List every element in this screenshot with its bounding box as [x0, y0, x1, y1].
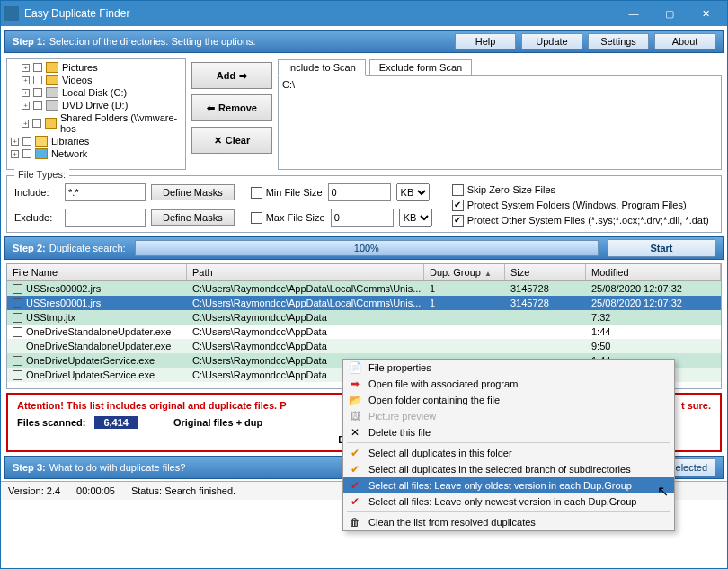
ctx-picture-preview: 🖼Picture preview [343, 408, 674, 424]
define-masks-exclude[interactable]: Define Masks [151, 209, 235, 226]
step2-text: Duplicate search: [49, 243, 126, 253]
properties-icon: 📄 [348, 360, 362, 375]
libraries-icon [35, 136, 48, 147]
ctx-file-properties[interactable]: 📄File properties [343, 360, 674, 376]
row-checkbox[interactable] [13, 284, 22, 294]
min-size-check[interactable]: Min File Size [251, 187, 323, 199]
step3-text: What to do with duplicate files? [49, 462, 186, 473]
ctx-open-file[interactable]: ➡Open file with associated program [343, 376, 674, 392]
delete-icon: ✕ [348, 425, 362, 440]
row-checkbox[interactable] [13, 313, 22, 323]
ctx-select-newest[interactable]: ✔Select all files: Leave only newest ver… [343, 493, 674, 510]
row-checkbox[interactable] [13, 298, 22, 308]
attention-msg: Attention! This list includes original a… [17, 400, 286, 411]
settings-button[interactable]: Settings [588, 33, 649, 49]
check-icon: ✔ [348, 478, 362, 493]
ctx-select-oldest[interactable]: ✔Select all files: Leave only oldest ver… [343, 477, 674, 493]
step2-bar: Step 2: Duplicate search: 100% Start [4, 236, 724, 260]
close-button[interactable]: ✕ [688, 1, 724, 26]
step3-label: Step 3: [13, 462, 46, 473]
files-scanned-value: 6,414 [94, 416, 138, 429]
row-checkbox[interactable] [13, 356, 22, 366]
folder-open-icon: 📂 [348, 393, 362, 407]
drive-icon [46, 87, 58, 98]
minimize-button[interactable]: — [616, 1, 652, 26]
step1-label: Step 1: [13, 36, 46, 47]
filetypes-legend: File Types: [14, 169, 69, 180]
about-button[interactable]: About [654, 33, 715, 49]
arrow-right-icon: ➡ [348, 377, 362, 391]
ctx-delete-file[interactable]: ✕Delete this file [343, 424, 674, 440]
row-checkbox[interactable] [13, 342, 22, 351]
exclude-mask-input[interactable] [65, 209, 146, 227]
filetypes-group: File Types: Include:Define Masks Exclude… [6, 175, 722, 233]
col-size[interactable]: Size [505, 264, 586, 280]
trash-icon: 🗑 [348, 515, 362, 529]
table-row[interactable]: USSres00002.jrsC:\Users\Raymondcc\AppDat… [7, 281, 721, 296]
add-button[interactable]: Add➡ [191, 62, 272, 89]
table-row[interactable]: USSres00001.jrsC:\Users\Raymondcc\AppDat… [7, 296, 721, 310]
tab-include[interactable]: Include to Scan [278, 59, 366, 76]
remove-button[interactable]: ⬅Remove [191, 94, 272, 121]
protect-sys-check[interactable]: ✔Protect System Folders (Windows, Progra… [452, 200, 709, 211]
maximize-button[interactable]: ▢ [652, 1, 688, 26]
arrow-right-icon: ➡ [239, 70, 247, 82]
check-icon: ✔ [348, 494, 362, 509]
include-label: Include: [14, 187, 59, 198]
context-menu[interactable]: 📄File properties ➡Open file with associa… [342, 359, 675, 531]
col-modified[interactable]: Modified [586, 264, 721, 280]
folder-icon [46, 75, 58, 85]
max-size-unit[interactable]: KB [399, 209, 432, 227]
picture-icon: 🖼 [348, 409, 362, 423]
network-icon [35, 148, 48, 159]
include-mask-input[interactable] [65, 183, 146, 201]
clear-button[interactable]: ✕Clear [191, 127, 272, 154]
max-size-input[interactable] [331, 209, 394, 227]
x-icon: ✕ [214, 135, 222, 147]
max-size-check[interactable]: Max File Size [251, 212, 325, 224]
skip-zero-check[interactable]: Skip Zero-Size Files [452, 184, 709, 196]
exclude-label: Exclude: [14, 212, 59, 223]
ctx-select-branch[interactable]: ✔Select all duplicates in the selected b… [343, 461, 674, 477]
protect-files-check[interactable]: ✔Protect Other System Files (*.sys;*.ocx… [452, 215, 709, 227]
ctx-clean-list[interactable]: 🗑Clean the list from resolved duplicates [343, 514, 674, 530]
table-row[interactable]: USStmp.jtxC:\Users\Raymondcc\AppData7:32 [7, 310, 721, 325]
status-time: 00:00:05 [76, 485, 115, 496]
min-size-input[interactable] [328, 183, 391, 201]
scan-path-list[interactable]: C:\ [278, 75, 722, 170]
folder-icon [46, 62, 58, 73]
arrow-left-icon: ⬅ [207, 102, 215, 114]
status-state: Status: Search finished. [131, 485, 235, 496]
col-filename[interactable]: File Name [7, 264, 187, 280]
tab-exclude[interactable]: Exclude form Scan [369, 59, 472, 76]
check-icon: ✔ [348, 462, 362, 476]
update-button[interactable]: Update [521, 33, 582, 49]
check-icon: ✔ [348, 446, 362, 460]
ctx-open-folder[interactable]: 📂Open folder containing the file [343, 392, 674, 408]
col-dupgroup[interactable]: Dup. Group▲ [424, 264, 505, 280]
table-row[interactable]: OneDriveStandaloneUpdater.exeC:\Users\Ra… [7, 339, 721, 353]
step1-bar: Step 1: Selection of the directories. Se… [4, 30, 724, 53]
ctx-select-folder[interactable]: ✔Select all duplicates in this folder [343, 445, 674, 461]
progress-bar: 100% [135, 240, 599, 256]
row-checkbox[interactable] [13, 370, 22, 380]
define-masks-include[interactable]: Define Masks [151, 184, 235, 200]
app-icon [4, 6, 19, 21]
files-scanned-label: Files scanned: [17, 417, 85, 428]
row-checkbox[interactable] [13, 327, 22, 337]
sort-asc-icon: ▲ [484, 270, 492, 278]
titlebar[interactable]: Easy Duplicate Finder — ▢ ✕ [1, 1, 727, 26]
mouse-cursor: ↖ [657, 483, 669, 500]
help-button[interactable]: Help [455, 33, 516, 49]
step2-label: Step 2: [13, 243, 46, 253]
col-path[interactable]: Path [187, 264, 424, 280]
status-version: Version: 2.4 [8, 485, 60, 496]
min-size-unit[interactable]: KB [396, 183, 430, 201]
folder-tree[interactable]: +Pictures +Videos +Local Disk (C:) +DVD … [6, 58, 186, 170]
folder-icon [45, 118, 57, 129]
start-button[interactable]: Start [608, 239, 715, 257]
table-row[interactable]: OneDriveStandaloneUpdater.exeC:\Users\Ra… [7, 325, 721, 339]
drive-icon [46, 100, 58, 111]
window-title: Easy Duplicate Finder [24, 7, 616, 20]
step1-text: Selection of the directories. Setting th… [49, 36, 256, 47]
